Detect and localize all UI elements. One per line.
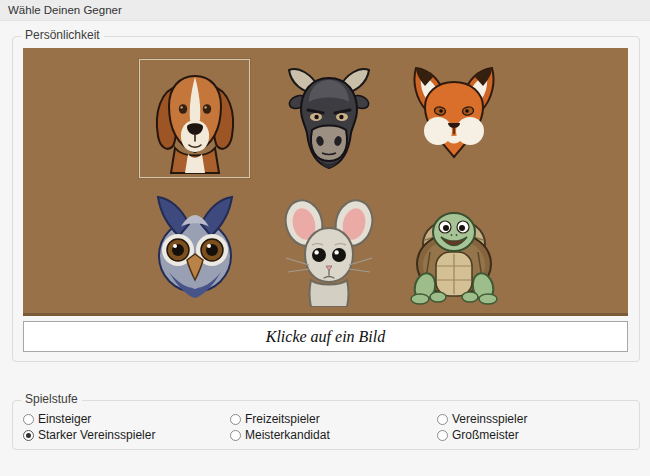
radio-circle-icon [437,430,448,441]
radio-circle-icon [230,430,241,441]
animal-option-dog[interactable] [139,59,250,178]
animal-option-bull[interactable] [273,59,384,178]
animal-option-owl[interactable] [139,191,250,310]
animal-option-fox[interactable] [398,59,509,178]
hint-strip: Klicke auf ein Bild [23,321,628,352]
radio-freizeitspieler[interactable]: Freizeitspieler [230,412,320,426]
animal-option-turtle[interactable] [398,191,509,310]
animal-option-mouse[interactable] [273,191,384,310]
owl-icon [145,194,245,307]
radio-circle-icon [230,414,241,425]
radio-circle-icon [437,414,448,425]
radio-vereinsspieler[interactable]: Vereinsspieler [437,412,527,426]
radio-circle-icon [23,430,34,441]
level-groupbox-label: Spielstufe [21,392,82,407]
radio-circle-icon [23,414,34,425]
window-title-bar: Wähle Deinen Gegner [0,0,650,21]
radio-label: Meisterkandidat [245,428,330,442]
personality-groupbox-label: Persönlichkeit [21,28,104,43]
radio-label: Freizeitspieler [245,412,320,426]
radio-label: Einsteiger [38,412,91,426]
radio-label: Starker Vereinsspieler [38,428,155,442]
radio-meisterkandidat[interactable]: Meisterkandidat [230,428,330,442]
beagle-dog-icon [145,62,245,175]
personality-groupbox: Persönlichkeit [12,36,640,362]
level-groupbox: Spielstufe Einsteiger Starker Vereinsspi… [12,400,640,450]
window-title: Wähle Deinen Gegner [0,4,122,16]
turtle-icon [404,194,504,307]
hint-text: Klicke auf ein Bild [266,328,386,346]
animal-picture-panel [23,48,628,316]
radio-grossmeister[interactable]: Großmeister [437,428,519,442]
radio-label: Vereinsspieler [452,412,527,426]
radio-label: Großmeister [452,428,519,442]
radio-starker-vereinsspieler[interactable]: Starker Vereinsspieler [23,428,155,442]
radio-einsteiger[interactable]: Einsteiger [23,412,91,426]
fox-icon [404,62,504,175]
bull-icon [279,62,379,175]
mouse-icon [279,194,379,307]
